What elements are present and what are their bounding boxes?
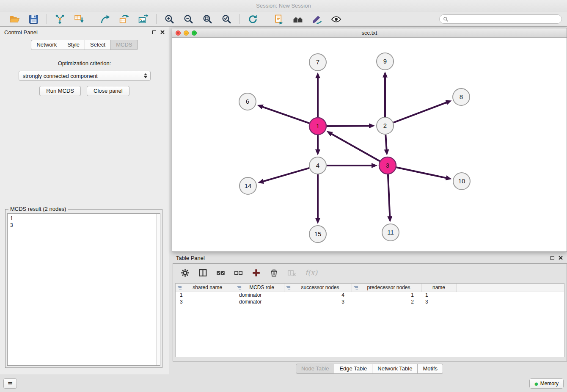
window-close-button[interactable]: × [176, 30, 181, 36]
tab-network[interactable]: Network [31, 40, 62, 50]
zoom-selected-button[interactable] [220, 13, 233, 25]
export-network-button[interactable] [99, 13, 111, 25]
toolbar-separator [156, 14, 157, 24]
run-mcds-button[interactable]: Run MCDS [39, 86, 81, 96]
import-network-icon [55, 14, 65, 25]
window-zoom-button[interactable]: + [192, 30, 197, 36]
minimize-glyph: − [185, 31, 187, 35]
toolbar-separator [92, 14, 92, 24]
table-cell: 3 [176, 298, 235, 305]
node-8[interactable]: 8 [453, 88, 470, 105]
app-titlebar[interactable]: Session: New Session [0, 0, 567, 12]
columns-icon [198, 268, 207, 277]
show-columns-button[interactable] [198, 268, 208, 278]
criterion-select[interactable]: strongly connected component [19, 71, 151, 81]
node-2[interactable]: 2 [377, 117, 394, 134]
edge-4-14[interactable] [263, 168, 309, 182]
export-image-icon [138, 14, 149, 25]
zoom-in-button[interactable] [163, 13, 176, 25]
edge-2-3[interactable] [385, 135, 386, 150]
control-panel-title: Control Panel [4, 29, 38, 36]
close-table-panel-icon[interactable] [559, 256, 563, 260]
function-builder-button[interactable]: f(x) [304, 268, 318, 278]
tab-edge-table[interactable]: Edge Table [334, 364, 372, 374]
zoom-fit-icon [202, 14, 213, 25]
float-panel-icon[interactable] [152, 30, 156, 34]
search-field[interactable] [439, 14, 562, 24]
add-column-button[interactable] [251, 268, 261, 278]
panel-toggle-button[interactable]: ≡ [3, 378, 17, 389]
node-15[interactable]: 15 [309, 226, 326, 243]
network-window-titlebar[interactable]: × − + scc.txt [172, 28, 567, 38]
annotation-button[interactable] [311, 13, 323, 25]
tab-select[interactable]: Select [85, 40, 111, 50]
column-header-successor-nodes[interactable]: successor nodes [284, 284, 352, 292]
window-minimize-button[interactable]: − [184, 30, 189, 36]
delete-column-button[interactable] [286, 268, 297, 278]
optimization-criterion-label: Optimization criterion: [0, 60, 169, 66]
tab-motifs[interactable]: Motifs [418, 364, 443, 374]
tab-network-table[interactable]: Network Table [372, 364, 418, 374]
node-6[interactable]: 6 [239, 93, 256, 110]
svg-text:2: 2 [383, 122, 387, 129]
tab-style[interactable]: Style [62, 40, 85, 50]
import-network-button[interactable] [54, 13, 66, 25]
mcds-result-group: MCDS result (2 nodes) 1 3 [5, 209, 162, 368]
node-1[interactable]: 1 [309, 118, 326, 135]
export-document-button[interactable] [273, 13, 285, 25]
node-table-body: 1dominator4113dominator323 [176, 292, 564, 305]
column-header-predecessor-nodes[interactable]: predecessor nodes [352, 284, 421, 292]
search-input[interactable] [451, 16, 558, 22]
delete-row-button[interactable] [269, 268, 279, 278]
edge-3-10[interactable] [396, 167, 447, 178]
import-table-button[interactable] [73, 13, 85, 25]
toggle-view-button[interactable] [330, 13, 342, 25]
home-button[interactable] [292, 13, 304, 25]
float-table-panel-icon[interactable] [550, 256, 554, 260]
table-row[interactable]: 3dominator323 [176, 298, 564, 305]
plus-icon [252, 268, 261, 277]
column-header-name[interactable]: name [421, 284, 457, 292]
column-tree-icon [354, 285, 358, 290]
table-row[interactable]: 1dominator411 [176, 292, 564, 298]
table-settings-button[interactable] [180, 268, 190, 278]
select-all-button[interactable] [215, 268, 226, 278]
column-header-mcds-role[interactable]: MCDS role [235, 284, 284, 292]
table-cell: 4 [284, 292, 352, 298]
save-session-button[interactable] [28, 13, 40, 25]
node-14[interactable]: 14 [239, 177, 256, 194]
network-canvas[interactable]: 7968124314101511 [172, 38, 567, 251]
table-panel-title: Table Panel [176, 255, 205, 261]
zoom-fit-button[interactable] [201, 13, 214, 25]
edge-3-1[interactable] [331, 134, 380, 161]
apply-layout-button[interactable] [247, 13, 259, 25]
node-4[interactable]: 4 [309, 157, 326, 174]
node-3[interactable]: 3 [379, 157, 396, 174]
node-11[interactable]: 11 [382, 224, 399, 241]
memory-button[interactable]: ● Memory [529, 378, 564, 389]
edge-1-2[interactable] [327, 126, 370, 126]
edge-3-11[interactable] [388, 174, 390, 217]
deselect-all-button[interactable] [233, 268, 244, 278]
mcds-result-list[interactable]: 1 3 [7, 213, 160, 366]
control-panel: Control Panel NetworkStyleSelectMCDS Opt… [0, 27, 169, 375]
close-panel-icon[interactable] [160, 30, 165, 34]
edge-1-6[interactable] [262, 107, 309, 123]
tab-node-table[interactable]: Node Table [296, 364, 335, 374]
column-header-shared-name[interactable]: shared name [176, 284, 235, 292]
result-scrollbar[interactable] [156, 214, 160, 365]
close-panel-button[interactable]: Close panel [87, 86, 129, 96]
zoom-out-button[interactable] [182, 13, 195, 25]
control-panel-header: Control Panel [0, 27, 169, 38]
open-session-button[interactable] [8, 13, 21, 25]
node-9[interactable]: 9 [377, 53, 394, 70]
node-10[interactable]: 10 [453, 173, 470, 190]
export-image-button[interactable] [137, 13, 149, 25]
toolbar-separator [47, 14, 47, 24]
memory-status-dot: ● [534, 381, 538, 386]
zoom-selected-icon [221, 14, 232, 25]
tab-mcds[interactable]: MCDS [111, 40, 138, 50]
node-7[interactable]: 7 [309, 54, 326, 71]
edge-2-8[interactable] [394, 102, 447, 123]
export-table-button[interactable] [118, 13, 130, 25]
